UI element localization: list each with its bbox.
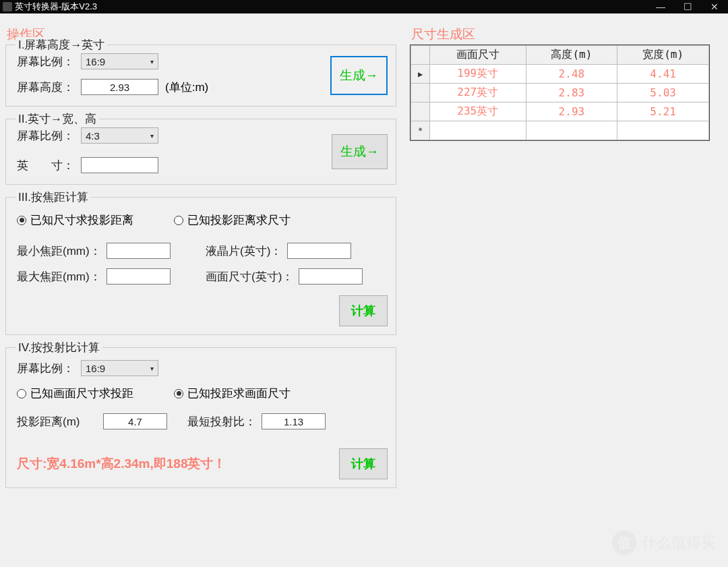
s4-radio-a-label: 已知画面尺寸求投距 xyxy=(30,386,133,401)
s3-calc-button[interactable]: 计算 xyxy=(339,295,388,326)
s2-generate-button[interactable]: 生成→ xyxy=(332,134,388,169)
right-group-label: 尺寸生成区 xyxy=(410,26,723,43)
maximize-button[interactable]: ☐ xyxy=(674,1,701,12)
s2-inch-label: 英 寸： xyxy=(17,158,74,173)
table-row[interactable]: 235英寸 2.93 5.21 xyxy=(411,102,709,121)
s3-size-label: 画面尺寸(英寸)： xyxy=(206,269,293,285)
table-row[interactable]: 227英寸 2.83 5.03 xyxy=(411,84,709,102)
table-new-row[interactable]: * xyxy=(411,121,709,140)
s4-ratio-label: 屏幕比例： xyxy=(17,361,74,376)
s4-result: 尺寸:宽4.16m*高2.34m,即188英寸！ xyxy=(17,455,226,473)
row-marker xyxy=(411,84,430,102)
col-width[interactable]: 宽度(m) xyxy=(617,46,709,65)
radio-icon xyxy=(174,389,183,398)
s3-radio-a[interactable]: 已知尺寸求投影距离 xyxy=(17,212,133,228)
s3-radio-b[interactable]: 已知投影距离求尺寸 xyxy=(174,212,291,228)
s1-ratio-label: 屏幕比例： xyxy=(17,54,74,69)
col-height[interactable]: 高度(m) xyxy=(526,46,617,65)
radio-icon xyxy=(17,216,26,225)
chevron-down-icon: ▾ xyxy=(150,58,154,65)
s4-ratio-select[interactable]: 16:9 ▾ xyxy=(81,360,158,376)
cell-width[interactable]: 5.03 xyxy=(617,84,709,102)
cell-height[interactable]: 2.48 xyxy=(526,65,617,84)
section-4: IV.按投射比计算 屏幕比例： 16:9 ▾ 已知画面尺寸求投距 已知投距求画面… xyxy=(5,347,396,488)
minimize-button[interactable]: — xyxy=(647,1,674,12)
section-1-legend: I.屏幕高度→英寸 xyxy=(16,37,107,53)
new-row-marker: * xyxy=(411,121,430,140)
s1-height-label: 屏幕高度： xyxy=(17,80,74,95)
s2-ratio-label: 屏幕比例： xyxy=(17,128,74,144)
s3-radio-b-label: 已知投影距离求尺寸 xyxy=(187,212,291,228)
cell-height[interactable]: 2.83 xyxy=(526,84,617,102)
s4-radio-a[interactable]: 已知画面尺寸求投距 xyxy=(17,386,133,401)
section-3-legend: III.按焦距计算 xyxy=(16,189,91,205)
section-4-legend: IV.按投射比计算 xyxy=(16,340,102,355)
watermark-text: 什么值得买 xyxy=(642,533,716,553)
table-row[interactable]: ▶ 199英寸 2.48 4.41 xyxy=(411,65,709,84)
s1-ratio-value: 16:9 xyxy=(86,56,105,67)
s3-minf-label: 最小焦距(mm)： xyxy=(17,243,101,259)
grid-corner xyxy=(411,46,430,65)
row-marker xyxy=(411,102,430,121)
s3-minf-input[interactable] xyxy=(107,243,171,259)
s3-maxf-input[interactable] xyxy=(107,268,171,285)
radio-icon xyxy=(17,389,26,398)
watermark: 值 什么值得买 xyxy=(612,531,716,555)
s4-throw-input[interactable] xyxy=(262,413,326,429)
result-grid[interactable]: 画面尺寸 高度(m) 宽度(m) ▶ 199英寸 2.48 4.41 227英寸 xyxy=(410,44,710,141)
s1-generate-button[interactable]: 生成→ xyxy=(330,56,388,95)
s4-dist-label: 投影距离(m) xyxy=(17,414,98,429)
s1-ratio-select[interactable]: 16:9 ▾ xyxy=(81,53,158,69)
col-size[interactable]: 画面尺寸 xyxy=(430,46,526,65)
cell-height[interactable]: 2.93 xyxy=(526,102,617,121)
watermark-badge: 值 xyxy=(612,531,636,555)
app-icon xyxy=(3,2,12,11)
cell-size[interactable]: 235英寸 xyxy=(430,102,526,121)
s3-lcd-label: 液晶片(英寸)： xyxy=(206,243,282,259)
close-button[interactable]: ✕ xyxy=(701,1,728,12)
s4-radio-b[interactable]: 已知投距求画面尺寸 xyxy=(174,386,291,401)
s2-inch-input[interactable] xyxy=(81,157,158,173)
s4-calc-button[interactable]: 计算 xyxy=(339,448,388,479)
section-2-legend: II.英寸→宽、高 xyxy=(16,111,99,127)
s4-ratio-value: 16:9 xyxy=(86,363,105,374)
titlebar: 英寸转换器-版本V2.3 — ☐ ✕ xyxy=(0,0,728,13)
chevron-down-icon: ▾ xyxy=(150,365,154,372)
cell-width[interactable]: 4.41 xyxy=(617,65,709,84)
s4-throw-label: 最短投射比： xyxy=(187,414,256,429)
s3-lcd-input[interactable] xyxy=(287,243,351,259)
s2-ratio-value: 4:3 xyxy=(86,130,100,142)
s3-radio-a-label: 已知尺寸求投影距离 xyxy=(30,212,133,228)
s4-radio-b-label: 已知投距求画面尺寸 xyxy=(187,386,291,401)
radio-icon xyxy=(174,216,183,225)
cell-width[interactable]: 5.21 xyxy=(617,102,709,121)
cell-size[interactable]: 199英寸 xyxy=(430,65,526,84)
s3-maxf-label: 最大焦距(mm)： xyxy=(17,269,101,285)
window-title: 英寸转换器-版本V2.3 xyxy=(15,1,97,13)
chevron-down-icon: ▾ xyxy=(150,132,154,140)
cell-size[interactable]: 227英寸 xyxy=(430,84,526,102)
s1-height-input[interactable] xyxy=(81,79,158,95)
section-1: I.屏幕高度→英寸 屏幕比例： 16:9 ▾ 屏幕高度： (单位:m) xyxy=(5,44,396,107)
section-3: III.按焦距计算 已知尺寸求投影距离 已知投影距离求尺寸 最小焦距(mm)： … xyxy=(5,197,396,335)
s4-dist-input[interactable] xyxy=(103,413,167,429)
section-2: II.英寸→宽、高 屏幕比例： 4:3 ▾ 英 寸： 生成→ xyxy=(5,119,396,185)
row-marker: ▶ xyxy=(411,65,430,84)
s3-size-input[interactable] xyxy=(299,268,363,285)
s1-unit: (单位:m) xyxy=(165,80,208,95)
s2-ratio-select[interactable]: 4:3 ▾ xyxy=(81,127,158,144)
